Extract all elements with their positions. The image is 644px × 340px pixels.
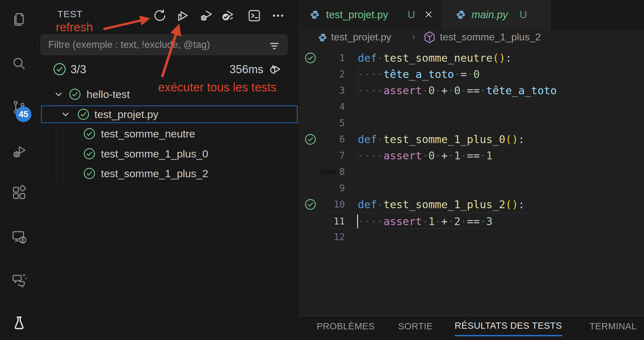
annotation-refresh: refresh	[56, 21, 93, 34]
breadcrumb: test_projet.py › test_somme_1_plus_2	[298, 29, 644, 46]
filter-icon[interactable]	[267, 39, 281, 53]
activity-bar: 45	[0, 0, 38, 340]
code-line-1[interactable]: 1def·test_somme_neutre():	[298, 50, 644, 66]
tree-indent-guide	[56, 124, 56, 183]
source-control-badge: 45	[16, 106, 31, 122]
remote-explorer-icon[interactable]	[11, 229, 27, 245]
code-text: ····assert·0·+·1·==·1	[358, 147, 493, 164]
line-number: 9	[298, 180, 345, 196]
refresh-icon[interactable]	[152, 8, 167, 23]
tree-item-label: test_somme_1_plus_2	[101, 167, 208, 180]
testing-icon[interactable]	[11, 315, 27, 331]
more-actions-icon[interactable]	[271, 8, 286, 23]
code-line-10[interactable]: 10def·test_somme_1_plus_2():	[298, 196, 644, 213]
coverage-icon[interactable]	[220, 8, 235, 23]
tree-item-label: hello-test	[87, 88, 130, 100]
code-text: def·test_somme_neutre():	[358, 50, 512, 66]
explorer-icon[interactable]	[11, 11, 27, 28]
code-text: ····assert·1·+·2·==·3	[358, 213, 493, 229]
git-status-badge: U	[408, 9, 415, 21]
tree-item-label: test_somme_neutre	[101, 128, 195, 140]
editor-tab-test_projet.py[interactable]: test_projet.pyU	[298, 0, 441, 29]
python-file-icon	[456, 10, 466, 20]
code-line-5[interactable]: 5	[298, 115, 644, 131]
test-passed-icon	[77, 108, 90, 121]
chevron-down-icon[interactable]	[60, 109, 71, 120]
code-text: def·test_somme_1_plus_0():	[358, 131, 525, 147]
tree-item-test_somme_1_plus_2[interactable]: test_somme_1_plus_2	[38, 164, 298, 183]
code-text: ····tête_a_toto·=·0	[358, 66, 480, 82]
editor-group: test_projet.pyUmain.pyU test_projet.py ›…	[298, 0, 644, 316]
tab-label: main.py	[472, 9, 508, 21]
code-line-7[interactable]: 7····assert·0·+·1·==·1	[298, 147, 644, 164]
code-text: ····assert·0·+·0·==·tête_a_toto	[358, 82, 557, 99]
code-line-8[interactable]: 8	[298, 164, 644, 180]
editor-tab-main.py[interactable]: main.pyU	[442, 0, 551, 29]
test-passed-icon	[83, 167, 96, 180]
tree-item-label: test_somme_1_plus_0	[101, 148, 208, 160]
line-number: 3	[298, 82, 345, 99]
git-status-badge: U	[520, 9, 527, 21]
line-number: 6	[298, 131, 345, 147]
panel-tab-résultats-des-tests[interactable]: RÉSULTATS DES TESTS	[455, 316, 562, 336]
test-results-summary: 3/3 356ms	[38, 61, 298, 78]
tree-item-label: test_projet.py	[94, 108, 158, 121]
annotation-text-artifact: Texte	[319, 167, 336, 176]
code-line-6[interactable]: 6def·test_somme_1_plus_0():	[298, 131, 644, 147]
line-number: 7	[298, 147, 345, 164]
panel-tab-sortie[interactable]: SORTIE	[398, 316, 433, 336]
code-line-11[interactable]: 11····assert·1·+·2·==·3	[298, 213, 644, 229]
tree-item-hello-test[interactable]: hello-test	[38, 85, 298, 104]
search-icon[interactable]	[11, 55, 27, 72]
run-debug-icon[interactable]	[11, 144, 27, 160]
run-all-tests-icon[interactable]	[175, 8, 190, 23]
rerun-tests-icon[interactable]	[267, 61, 282, 77]
extensions-icon[interactable]	[11, 185, 27, 201]
debug-all-tests-icon[interactable]	[198, 8, 214, 23]
code-line-3[interactable]: 3····assert·0·+·0·==·tête_a_toto	[298, 82, 644, 99]
line-number: 1	[298, 50, 345, 66]
python-file-icon	[310, 10, 320, 20]
tests-passed-count: 3/3	[71, 63, 86, 76]
code-text: def·test_somme_1_plus_2():	[358, 196, 525, 213]
tree-indent-guide	[62, 124, 63, 183]
line-number: 5	[298, 115, 345, 131]
chat-icon[interactable]	[11, 272, 27, 288]
test-filter-input[interactable]	[40, 34, 288, 55]
test-passed-icon	[83, 127, 96, 140]
tree-item-test_somme_1_plus_0[interactable]: test_somme_1_plus_0	[38, 144, 298, 163]
breadcrumb-symbol[interactable]: test_somme_1_plus_2	[440, 31, 541, 43]
breadcrumb-file[interactable]: test_projet.py	[331, 31, 391, 43]
bottom-panel: PROBLÈMESSORTIERÉSULTATS DES TESTSTERMIN…	[298, 316, 644, 340]
tab-label: test_projet.py	[326, 9, 388, 21]
close-icon[interactable]	[424, 9, 434, 19]
panel-tab-terminal[interactable]: TERMINAL	[589, 316, 637, 336]
editor-tabs: test_projet.pyUmain.pyU	[298, 0, 644, 29]
open-terminal-icon[interactable]	[247, 8, 262, 23]
breadcrumb-separator-icon: ›	[412, 31, 415, 42]
line-number: 11	[298, 213, 345, 229]
line-number: 4	[298, 99, 345, 115]
method-symbol-icon	[422, 30, 437, 44]
code-line-9[interactable]: 9	[298, 180, 644, 196]
line-number: 12	[298, 229, 345, 245]
line-number: 2	[298, 66, 345, 82]
sidebar-title: TEST	[57, 9, 83, 19]
line-number: 10	[298, 196, 345, 213]
code-line-12[interactable]: 12	[298, 229, 644, 245]
chevron-down-icon[interactable]	[53, 89, 64, 100]
test-passed-icon	[83, 147, 96, 160]
python-file-icon	[318, 33, 327, 42]
tests-duration: 356ms	[230, 63, 263, 76]
tree-item-test_projet.py[interactable]: test_projet.py	[41, 106, 298, 123]
code-line-2[interactable]: 2····tête_a_toto·=·0	[298, 66, 644, 82]
tests-passed-icon	[52, 62, 67, 76]
vscode-window: 45 TEST 3/3 356ms refresh exécuter tous …	[0, 0, 644, 340]
code-line-4[interactable]: 4	[298, 99, 644, 115]
panel-tab-problèmes[interactable]: PROBLÈMES	[317, 316, 375, 336]
tree-item-test_somme_neutre[interactable]: test_somme_neutre	[38, 124, 298, 143]
test-passed-icon	[68, 88, 82, 101]
test-explorer-sidebar: TEST 3/3 356ms refresh exécuter tous les…	[38, 0, 298, 340]
